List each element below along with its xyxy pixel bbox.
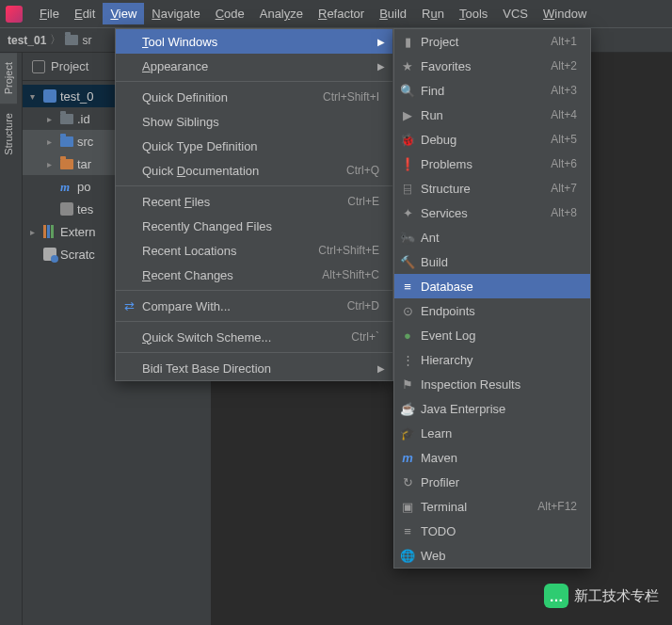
menu-analyze[interactable]: Analyze [252,3,311,24]
tool-window-database[interactable]: ≡Database [394,274,590,298]
menu-item-recently-changed-files[interactable]: Recently Changed Files [116,214,392,238]
menu-item-bidi-text-base-direction[interactable]: Bidi Text Base Direction▶ [116,356,392,380]
tool-window-inspection-results[interactable]: ⚑Inspection Results [394,372,590,396]
menu-label: Web [421,549,446,563]
shortcut: Alt+3 [551,84,577,97]
tool-window-endpoints[interactable]: ⊙Endpoints [394,298,590,323]
menu-label: Tool Windows [142,35,217,49]
menu-item-tool-windows[interactable]: Tool Windows▶ [116,29,392,54]
breadcrumb-folder[interactable]: sr [82,34,91,47]
tool-window-ant[interactable]: 🐜Ant [394,225,590,249]
chevron-right-icon: 〉 [50,32,61,48]
menu-label: Compare With... [142,299,231,313]
log-icon: ● [400,329,415,343]
menu-run[interactable]: Run [414,3,452,24]
tool-window-run[interactable]: ▶RunAlt+4 [394,103,590,127]
tool-window-services[interactable]: ✦ServicesAlt+8 [394,200,590,225]
menu-item-recent-locations[interactable]: Recent LocationsCtrl+Shift+E [116,238,392,263]
menu-label: Run [421,108,443,122]
menu-item-quick-type-definition[interactable]: Quick Type Definition [116,134,392,158]
tool-window-todo[interactable]: ≡TODO [394,519,590,543]
shortcut: Ctrl+Q [346,164,379,177]
shortcut: Ctrl+Shift+I [323,90,379,104]
shortcut: Alt+4 [551,108,577,121]
menu-item-appearance[interactable]: Appearance▶ [116,54,392,78]
shortcut: Alt+8 [551,206,577,219]
menu-file[interactable]: File [32,3,67,24]
menu-item-recent-changes[interactable]: Recent ChangesAlt+Shift+C [116,263,392,287]
breadcrumb-project[interactable]: test_01 [8,34,46,47]
watermark-text: 新工技术专栏 [574,587,659,605]
tool-window-maven[interactable]: mMaven [394,445,590,470]
tool-window-debug[interactable]: 🐞DebugAlt+5 [394,127,590,152]
folder-icon [65,35,78,45]
shortcut: Alt+5 [551,133,577,146]
app-icon [6,6,23,23]
tool-window-event-log[interactable]: ●Event Log [394,323,590,347]
menu-label: Recent Changes [142,268,233,282]
menu-label: Structure [421,182,471,196]
tree-label: po [77,180,90,194]
tool-window-hierarchy[interactable]: ⋮Hierarchy [394,347,590,372]
menu-item-recent-files[interactable]: Recent FilesCtrl+E [116,189,392,214]
menu-item-quick-documentation[interactable]: Quick DocumentationCtrl+Q [116,158,392,183]
menu-navigate[interactable]: Navigate [144,3,207,24]
tool-window-profiler[interactable]: ↻Profiler [394,470,590,494]
tool-window-terminal[interactable]: ▣TerminalAlt+F12 [394,494,590,519]
tool-window-favorites[interactable]: ★FavoritesAlt+2 [394,54,590,78]
menu-label: Profiler [421,475,459,489]
menu-vcs[interactable]: VCS [495,3,536,24]
menu-view[interactable]: View [103,3,144,24]
star-icon: ★ [400,59,415,73]
expand-icon[interactable]: ▸ [47,159,56,169]
svc-icon: ✦ [400,206,415,220]
expand-icon[interactable]: ▸ [47,136,56,147]
tool-window-java-enterprise[interactable]: ☕Java Enterprise [394,396,590,421]
jee-icon: ☕ [400,402,415,416]
menu-label: Quick Definition [142,90,228,104]
shortcut: Ctrl+Shift+E [318,244,379,257]
submenu-arrow-icon: ▶ [377,363,385,374]
menu-item-compare-with-[interactable]: ⇄Compare With...Ctrl+D [116,294,392,318]
scratch-icon [43,248,56,261]
expand-icon[interactable]: ▸ [47,114,56,124]
menu-code[interactable]: Code [208,3,252,24]
menu-label: Terminal [421,500,467,514]
mvn-icon: m [400,451,415,465]
module-icon [43,89,56,103]
tool-window-project[interactable]: ▮ProjectAlt+1 [394,29,590,54]
expand-icon[interactable]: ▸ [30,227,40,237]
tool-window-build[interactable]: 🔨Build [394,249,590,274]
menu-item-quick-definition[interactable]: Quick DefinitionCtrl+Shift+I [116,85,392,109]
tool-window-find[interactable]: 🔍FindAlt+3 [394,78,590,103]
ant-icon: 🐜 [400,231,415,245]
menu-label: Ant [421,231,440,245]
menu-item-quick-switch-scheme-[interactable]: Quick Switch Scheme...Ctrl+` [116,325,392,349]
menu-label: Services [421,206,468,220]
menu-label: Bidi Text Base Direction [142,361,271,376]
menu-label: Favorites [421,59,471,73]
tool-window-learn[interactable]: 🎓Learn [394,421,590,445]
tool-window-web[interactable]: 🌐Web [394,543,590,568]
menu-window[interactable]: Window [536,3,594,24]
menu-label: Recently Changed Files [142,219,272,233]
expand-icon[interactable]: ▾ [30,91,40,102]
menu-edit[interactable]: Edit [67,3,103,24]
side-tab-structure[interactable]: Structure [0,104,17,165]
side-tab-project[interactable]: Project [0,53,17,104]
menu-tools[interactable]: Tools [452,3,495,24]
menu-item-show-siblings[interactable]: Show Siblings [116,109,392,134]
tool-window-problems[interactable]: ❗ProblemsAlt+6 [394,152,590,176]
menu-label: Learn [421,426,452,441]
side-tool-tabs: ProjectStructure [0,53,23,625]
menu-refactor[interactable]: Refactor [311,3,372,24]
tree-label: Scratc [60,248,95,262]
menu-label: Hierarchy [421,353,473,367]
menu-label: TODO [421,524,456,538]
panel-title: Project [51,59,88,73]
menu-separator [116,81,392,82]
menu-build[interactable]: Build [372,3,414,24]
tool-window-structure[interactable]: ⌸StructureAlt+7 [394,176,590,200]
menu-label: Appearance [142,59,208,73]
menu-label: Maven [421,451,457,465]
